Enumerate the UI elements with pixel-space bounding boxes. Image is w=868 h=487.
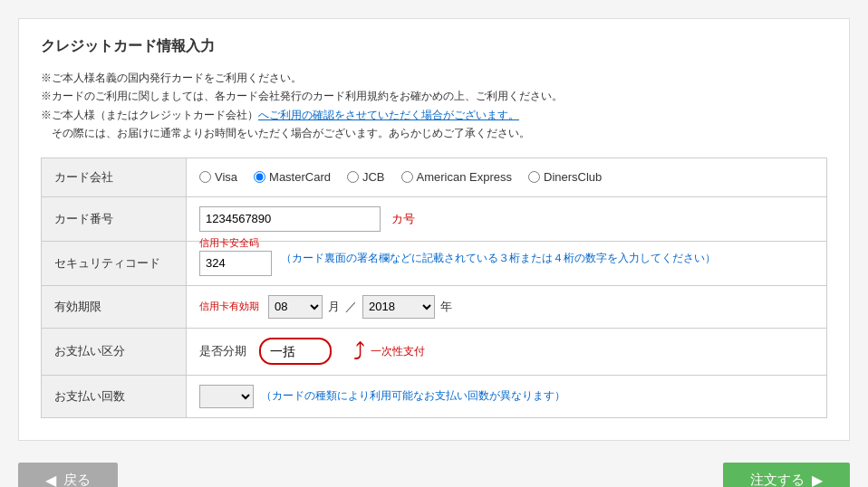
payment-count-select[interactable] xyxy=(199,385,254,408)
notice-line-4: その際には、お届けに通常よりお時間をいただく場合がございます。あらかじめご了承く… xyxy=(41,124,827,142)
radio-jcb[interactable]: JCB xyxy=(347,170,385,184)
card-radio-group: Visa MasterCard JCB American Express xyxy=(199,170,814,184)
security-code-row-inner: 信用卡安全码 （カード裏面の署名欄などに記載されている３桁または４桁の数字を入力… xyxy=(199,251,814,276)
notice-line-2: ※カードのご利用に関しましては、各カード会社発行のカード利用規約をお確かめの上、… xyxy=(41,87,827,105)
order-icon: ▶ xyxy=(812,472,823,487)
payment-select-container: 一括 分割 xyxy=(259,338,332,365)
page-title: クレジットカード情報入力 xyxy=(41,37,827,56)
main-container: クレジットカード情報入力 ※ご本人様名義の国内発行カードをご利用ください。 ※カ… xyxy=(18,18,850,441)
radio-mastercard[interactable]: MasterCard xyxy=(254,170,331,184)
security-code-label: セキュリティコード xyxy=(42,241,187,285)
expiry-cell: 信用卡有効期 01 02 03 04 05 06 07 08 09 10 11 … xyxy=(187,285,827,328)
payment-row-inner: 是否分期 一括 分割 ⤴ 一次性支付 xyxy=(199,338,814,366)
card-company-cell: Visa MasterCard JCB American Express xyxy=(187,158,827,196)
notice-link[interactable]: へご利用の確認をさせていただく場合がございます。 xyxy=(258,109,519,121)
radio-visa[interactable]: Visa xyxy=(199,170,237,184)
payment-count-cell: （カードの種類により利用可能なお支払い回数が異なります） xyxy=(187,375,827,417)
radio-diners-input[interactable] xyxy=(528,171,540,183)
radio-jcb-label: JCB xyxy=(362,170,385,184)
payment-type-label: お支払い区分 xyxy=(42,328,187,375)
card-number-input[interactable] xyxy=(199,206,381,232)
notice-box: ※ご本人様名義の国内発行カードをご利用ください。 ※カードのご利用に関しましては… xyxy=(41,69,827,143)
count-select-wrapper: （カードの種類により利用可能なお支払い回数が異なります） xyxy=(199,385,814,408)
year-suffix: 年 xyxy=(440,299,452,315)
notice-line-3: ※ご本人様（またはクレジットカード会社）へご利用の確認をさせていただく場合がござ… xyxy=(41,106,827,124)
card-company-row: カード会社 Visa MasterCard JCB xyxy=(42,158,827,196)
card-number-row: カード番号 カ号 xyxy=(42,196,827,241)
payment-select[interactable]: 一括 分割 xyxy=(259,338,332,365)
count-hint: （カードの種類により利用可能なお支払い回数が異なります） xyxy=(261,388,565,404)
back-label: 戻る xyxy=(63,472,91,487)
security-annotation-box: 信用卡安全码 xyxy=(199,251,272,276)
radio-amex-label: American Express xyxy=(417,170,512,184)
red-arrow-icon: ⤴ xyxy=(353,338,365,366)
security-code-cell: 信用卡安全码 （カード裏面の署名欄などに記載されている３桁または４桁の数字を入力… xyxy=(187,241,827,285)
radio-visa-input[interactable] xyxy=(199,171,211,183)
payment-sub-label: 是否分期 xyxy=(199,343,246,359)
expiry-label: 有効期限 xyxy=(42,285,187,328)
radio-diners[interactable]: DinersClub xyxy=(528,170,602,184)
radio-jcb-input[interactable] xyxy=(347,171,359,183)
radio-amex[interactable]: American Express xyxy=(401,170,512,184)
back-button[interactable]: ◀ 戻る xyxy=(18,463,118,487)
back-icon: ◀ xyxy=(45,472,56,487)
order-button[interactable]: 注文する ▶ xyxy=(723,463,850,487)
payment-count-label: お支払い回数 xyxy=(42,375,187,417)
arrow-annotation-group: ⤴ 一次性支付 xyxy=(353,338,425,366)
footer-buttons: ◀ 戻る 注文する ▶ xyxy=(18,463,850,487)
notice-line-1: ※ご本人様名義の国内発行カードをご利用ください。 xyxy=(41,69,827,87)
form-table: カード会社 Visa MasterCard JCB xyxy=(41,158,827,418)
payment-count-row: お支払い回数 （カードの種類により利用可能なお支払い回数が異なります） xyxy=(42,375,827,417)
radio-visa-label: Visa xyxy=(215,170,237,184)
expiry-month-select[interactable]: 01 02 03 04 05 06 07 08 09 10 11 12 xyxy=(268,295,323,319)
slash-separator: ／ xyxy=(345,299,357,315)
expiry-annotation: 信用卡有効期 xyxy=(199,300,259,313)
radio-mastercard-label: MasterCard xyxy=(269,170,331,184)
security-annotation: 信用卡安全码 xyxy=(199,236,259,250)
card-number-annotation: カ号 xyxy=(391,212,415,225)
one-time-annotation: 一次性支付 xyxy=(371,344,425,359)
order-label: 注文する xyxy=(750,472,805,487)
month-suffix: 月 xyxy=(328,299,340,315)
payment-type-row: お支払い区分 是否分期 一括 分割 ⤴ 一次性支付 xyxy=(42,328,827,375)
radio-amex-input[interactable] xyxy=(401,171,413,183)
expiry-row-inner: 信用卡有効期 01 02 03 04 05 06 07 08 09 10 11 … xyxy=(199,295,814,319)
security-code-row: セキュリティコード 信用卡安全码 （カード裏面の署名欄などに記載されている３桁ま… xyxy=(42,241,827,285)
radio-mastercard-input[interactable] xyxy=(254,171,265,183)
security-code-input[interactable] xyxy=(199,251,272,276)
card-company-label: カード会社 xyxy=(42,158,187,196)
card-number-label: カード番号 xyxy=(42,196,187,241)
expiry-row: 有効期限 信用卡有効期 01 02 03 04 05 06 07 08 09 1… xyxy=(42,285,827,328)
payment-type-cell: 是否分期 一括 分割 ⤴ 一次性支付 xyxy=(187,328,827,375)
security-hint: （カード裏面の署名欄などに記載されている３桁または４桁の数字を入力してください） xyxy=(281,251,716,266)
expiry-year-select[interactable]: 2018 2019 2020 2021 2022 2023 2024 2025 xyxy=(362,295,435,319)
radio-diners-label: DinersClub xyxy=(544,170,602,184)
card-number-cell: カ号 xyxy=(187,196,827,241)
